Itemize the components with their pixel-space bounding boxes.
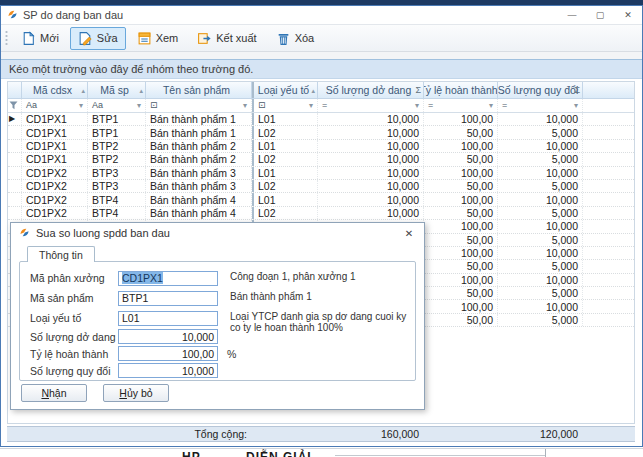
dialog-field: Loại yếu tốL01Loại YTCP danh gia sp dơ d… xyxy=(20,308,415,328)
grid-group-panel[interactable]: Kéo một trường vào đây để nhóm theo trườ… xyxy=(1,59,642,79)
dialog-field: Số lượng quy đổi10,000 xyxy=(20,362,415,379)
filter-cell-ty-le-hoan-thanh[interactable]: = ▾ xyxy=(424,99,498,112)
filter-cell-ten-san-pham[interactable]: ⊡ ▾ xyxy=(146,99,252,112)
filter-cell-ma-cdsx[interactable]: Aa ▾ xyxy=(22,99,88,112)
sum-icon[interactable]: Σ xyxy=(574,86,580,95)
table-row[interactable]: CD1PX2BTP3Bán thành phẩm 3L0210,00050,00… xyxy=(8,180,634,193)
close-button[interactable]: ✕ xyxy=(622,10,634,20)
table-row[interactable]: CD1PX1BTP2Bán thành phẩm 2L0210,00050,00… xyxy=(8,153,634,166)
field-input[interactable]: 10,000 xyxy=(118,363,218,378)
field-value: BTP1 xyxy=(122,292,148,304)
cell: 5,000 xyxy=(498,207,583,219)
cell: 100,00 xyxy=(424,247,498,259)
cell: 10,000 xyxy=(498,167,583,179)
sort-ascending-icon: ▴ xyxy=(311,87,315,94)
column-header-ten-san-pham[interactable]: Tên sản phẩm xyxy=(146,82,252,98)
cell: 100,00 xyxy=(424,300,498,312)
cell: 10,000 xyxy=(318,140,424,152)
chevron-down-icon[interactable]: ▾ xyxy=(574,102,578,110)
cell: 10,000 xyxy=(498,193,583,205)
header-indicator-cell xyxy=(8,82,22,98)
column-header-loai-yeu-to[interactable]: Loại yếu tố ▴ xyxy=(254,82,318,98)
field-input[interactable]: L01 xyxy=(118,311,218,326)
filter-cell-loai-yeu-to[interactable]: ⊡ ▾ xyxy=(254,99,318,112)
table-row[interactable]: ▶CD1PX1BTP1Bán thành phẩm 1L0110,000100,… xyxy=(8,113,634,126)
table-row[interactable]: CD1PX2BTP4Bán thành phẩm 4L0210,00050,00… xyxy=(8,207,634,220)
table-row[interactable]: CD1PX1BTP1Bán thành phẩm 1L0210,00050,00… xyxy=(8,126,634,139)
toolbar-button-view[interactable]: Xem xyxy=(129,27,187,50)
cancel-button[interactable]: Hủy bỏ xyxy=(103,384,169,402)
sum-icon[interactable]: Σ xyxy=(415,86,421,95)
field-suffix: % xyxy=(227,348,236,360)
window-titlebar[interactable]: SP do dang ban dau —▢✕ xyxy=(1,6,642,24)
chevron-down-icon[interactable]: ▾ xyxy=(137,102,141,110)
cell: 10,000 xyxy=(498,220,583,232)
toolbar-buttons: MớiSửaXemKết xuấtXóa xyxy=(13,27,325,50)
field-label: Số lượng dở dang xyxy=(30,331,118,343)
toolbar-grip-handle[interactable] xyxy=(5,30,8,46)
field-input[interactable]: 10,000 xyxy=(118,329,218,344)
chevron-down-icon[interactable]: ▾ xyxy=(489,102,493,110)
cell: CD1PX2 xyxy=(22,167,88,179)
field-label: Loại yếu tố xyxy=(30,312,118,324)
dialog-fields-groupbox: Mã phân xưởngCD1PX1Công đoạn 1, phân xưở… xyxy=(19,261,416,381)
column-header-ma-cdsx[interactable]: Mã cdsx ▴ xyxy=(22,82,88,98)
cell: 10,000 xyxy=(318,153,424,165)
cell: 100,00 xyxy=(424,140,498,152)
table-row[interactable]: CD1PX2BTP3Bán thành phẩm 3L0110,000100,0… xyxy=(8,167,634,180)
box-filter-icon: ⊡ xyxy=(258,101,266,110)
filter-cell-so-luong-quy-doi[interactable]: = ▾ xyxy=(498,99,583,112)
toolbar-button-delete[interactable]: Xóa xyxy=(268,27,323,50)
tab-thong-tin[interactable]: Thông tin xyxy=(27,246,95,262)
chevron-down-icon[interactable]: ▾ xyxy=(243,102,247,110)
column-header-so-luong-do-dang[interactable]: Số lượng dở dang Σ xyxy=(318,82,424,98)
chevron-down-icon[interactable]: ▾ xyxy=(79,102,83,110)
toolbar-button-new[interactable]: Mới xyxy=(13,27,67,50)
dialog-titlebar[interactable]: Sua so luong spdd ban dau ✕ xyxy=(11,223,424,243)
equals-filter-icon: = xyxy=(428,101,433,110)
chevron-down-icon[interactable]: ▾ xyxy=(309,102,313,110)
toolbar-button-label: Sửa xyxy=(97,32,118,44)
filter-cell-so-luong-do-dang[interactable]: = ▾ xyxy=(318,99,424,112)
cell: L02 xyxy=(254,180,318,192)
column-header-ty-le-hoan-thanh[interactable]: Tỷ lệ hoàn thành xyxy=(424,82,498,98)
cell: L02 xyxy=(254,126,318,138)
cell: 50,00 xyxy=(424,153,498,165)
cell: L01 xyxy=(254,193,318,205)
filter-funnel-icon[interactable] xyxy=(8,99,22,112)
background-window-divider xyxy=(545,449,546,457)
toolbar-button-edit[interactable]: Sửa xyxy=(70,27,126,50)
filter-cell-ma-sp[interactable]: Aa ▾ xyxy=(88,99,146,112)
field-input[interactable]: 100,00 xyxy=(118,346,218,361)
table-row[interactable]: CD1PX1BTP2Bán thành phẩm 2L0110,000100,0… xyxy=(8,140,634,153)
cell: BTP1 xyxy=(88,113,146,125)
maximize-button[interactable]: ▢ xyxy=(594,10,606,20)
cell: L02 xyxy=(254,153,318,165)
toolbar-button-export[interactable]: Kết xuất xyxy=(189,27,264,50)
cell: 100,00 xyxy=(424,113,498,125)
cell: 10,000 xyxy=(498,247,583,259)
field-input[interactable]: BTP1 xyxy=(118,291,218,306)
cell: 10,000 xyxy=(498,140,583,152)
cell: 5,000 xyxy=(498,180,583,192)
grid-header-row: Mã cdsx ▴ Mã sp ▴ Tên sản phẩm Loại yếu … xyxy=(8,82,634,99)
column-header-ma-sp[interactable]: Mã sp ▴ xyxy=(88,82,146,98)
delete-icon xyxy=(276,31,291,46)
cell: 50,00 xyxy=(424,287,498,299)
toolbar-dock-spacer xyxy=(1,52,642,59)
chevron-down-icon[interactable]: ▾ xyxy=(415,102,419,110)
table-row[interactable]: CD1PX2BTP4Bán thành phẩm 4L0110,000100,0… xyxy=(8,193,634,206)
cell: Bán thành phẩm 2 xyxy=(146,140,252,152)
new-document-icon xyxy=(21,31,36,46)
field-value: 10,000 xyxy=(182,331,214,343)
dialog-close-icon[interactable]: ✕ xyxy=(402,228,416,239)
field-description: Bán thành phẩm 1 xyxy=(230,288,415,302)
minimize-button[interactable]: — xyxy=(566,10,578,20)
field-label: Tỷ lệ hoàn thành xyxy=(30,348,118,360)
accept-button[interactable]: Nhận xyxy=(21,384,87,402)
cell: Bán thành phẩm 3 xyxy=(146,180,252,192)
text-filter-icon: Aa xyxy=(26,101,37,110)
field-input[interactable]: CD1PX1 xyxy=(118,271,218,286)
column-header-so-luong-quy-doi[interactable]: Số lượng quy đổi Σ xyxy=(498,82,583,98)
row-indicator-cell xyxy=(8,193,22,205)
